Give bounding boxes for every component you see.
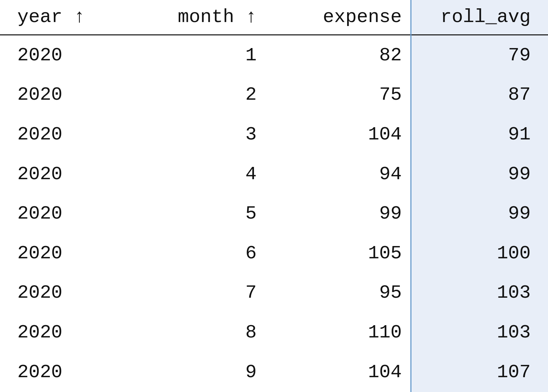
col-header-month[interactable]: month ↑ <box>137 0 274 35</box>
cell-year: 2020 <box>0 313 137 353</box>
cell-month: 3 <box>137 115 274 155</box>
cell-month: 2 <box>137 75 274 115</box>
cell-roll-avg: 103 <box>411 273 548 313</box>
cell-roll-avg: 99 <box>411 194 548 234</box>
cell-month: 7 <box>137 273 274 313</box>
col-header-expense[interactable]: expense <box>274 0 411 35</box>
table-row: 202018279 <box>0 35 548 76</box>
cell-expense: 95 <box>274 273 411 313</box>
data-table: year ↑ month ↑ expense roll_avg 20201827… <box>0 0 548 392</box>
cell-year: 2020 <box>0 154 137 194</box>
table-row: 20209104107 <box>0 352 548 392</box>
cell-expense: 110 <box>274 313 411 353</box>
cell-year: 2020 <box>0 75 137 115</box>
cell-roll-avg: 99 <box>411 154 548 194</box>
cell-year: 2020 <box>0 115 137 155</box>
cell-year: 2020 <box>0 194 137 234</box>
cell-month: 4 <box>137 154 274 194</box>
cell-month: 5 <box>137 194 274 234</box>
table-row: 202059999 <box>0 194 548 234</box>
cell-month: 8 <box>137 313 274 353</box>
table-row: 2020795103 <box>0 273 548 313</box>
table-row: 202027587 <box>0 75 548 115</box>
cell-roll-avg: 100 <box>411 233 548 273</box>
cell-month: 9 <box>137 352 274 392</box>
cell-month: 6 <box>137 233 274 273</box>
cell-year: 2020 <box>0 352 137 392</box>
cell-roll-avg: 103 <box>411 313 548 353</box>
cell-expense: 99 <box>274 194 411 234</box>
cell-expense: 94 <box>274 154 411 194</box>
col-header-roll-avg[interactable]: roll_avg <box>411 0 548 35</box>
cell-expense: 75 <box>274 75 411 115</box>
col-header-year[interactable]: year ↑ <box>0 0 137 35</box>
cell-expense: 104 <box>274 115 411 155</box>
cell-roll-avg: 107 <box>411 352 548 392</box>
cell-expense: 104 <box>274 352 411 392</box>
table-row: 20208110103 <box>0 313 548 353</box>
cell-roll-avg: 79 <box>411 35 548 76</box>
cell-expense: 82 <box>274 35 411 76</box>
cell-roll-avg: 91 <box>411 115 548 155</box>
table-header-row: year ↑ month ↑ expense roll_avg <box>0 0 548 35</box>
cell-year: 2020 <box>0 35 137 76</box>
table-row: 20206105100 <box>0 233 548 273</box>
cell-year: 2020 <box>0 273 137 313</box>
cell-expense: 105 <box>274 233 411 273</box>
cell-month: 1 <box>137 35 274 76</box>
cell-roll-avg: 87 <box>411 75 548 115</box>
cell-year: 2020 <box>0 233 137 273</box>
table-row: 202049499 <box>0 154 548 194</box>
table-row: 2020310491 <box>0 115 548 155</box>
